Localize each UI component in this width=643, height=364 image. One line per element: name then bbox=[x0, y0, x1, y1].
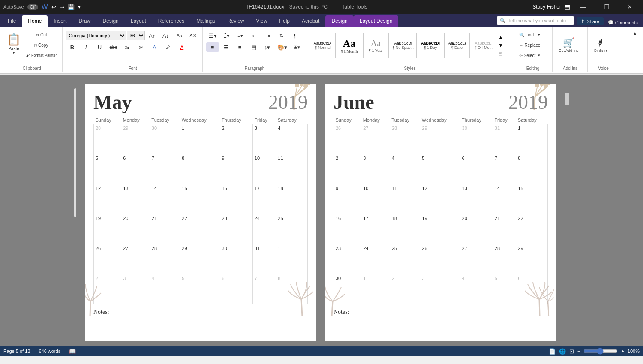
copy-btn[interactable]: ⎘ Copy bbox=[23, 40, 60, 50]
share-btn[interactable]: ⬆ Share bbox=[577, 17, 603, 25]
underline-btn[interactable]: U bbox=[93, 42, 106, 52]
share-label: Share bbox=[586, 19, 599, 24]
cut-btn[interactable]: ✂ Cut bbox=[23, 30, 60, 39]
list-item: 14 bbox=[493, 184, 516, 214]
numbering-btn[interactable]: 1̄▾ bbox=[220, 31, 233, 40]
style-1year[interactable]: Aa ¶ 1 Year bbox=[363, 33, 389, 58]
align-right-btn[interactable]: ≡ bbox=[234, 42, 246, 52]
sort-btn[interactable]: ⇅ bbox=[275, 31, 288, 40]
comments-btn[interactable]: 💬 Comments bbox=[604, 18, 641, 27]
save-btn[interactable]: 💾 bbox=[68, 4, 75, 10]
ribbon-collapse-btn[interactable]: ▲ bbox=[628, 29, 641, 37]
tab-review[interactable]: Review bbox=[221, 15, 250, 27]
web-layout-btn[interactable]: 🌐 bbox=[559, 348, 566, 355]
tab-references[interactable]: References bbox=[152, 15, 190, 27]
tab-layout[interactable]: Layout bbox=[125, 15, 152, 27]
clear-format-btn[interactable]: A✕ bbox=[187, 31, 200, 40]
style-1month[interactable]: Aa ¶ 1 Month bbox=[337, 33, 362, 58]
ribbon: 📋 Paste ▾ ✂ Cut ⎘ Copy 🖌 Format Painter bbox=[0, 27, 643, 74]
format-painter-btn[interactable]: 🖌 Format Painter bbox=[23, 51, 60, 60]
style-nospace[interactable]: AaBbCcDi ¶ No Spac... bbox=[390, 33, 417, 58]
tab-draw[interactable]: Draw bbox=[72, 15, 96, 27]
text-effects-btn[interactable]: A bbox=[148, 42, 161, 52]
tab-design[interactable]: Design bbox=[96, 15, 124, 27]
italic-btn[interactable]: I bbox=[80, 42, 93, 52]
styles-more-btn[interactable]: ▲ ▼ ⊟ bbox=[497, 33, 504, 58]
style-offmonth[interactable]: AaBbCcEi ¶ Off-Mo... bbox=[471, 33, 496, 58]
ribbon-toggle[interactable]: ⬒ bbox=[565, 3, 570, 10]
paste-btn[interactable]: 📋 Paste ▾ bbox=[4, 28, 23, 59]
bullets-btn[interactable]: ☰▾ bbox=[206, 31, 219, 40]
font-label: Font bbox=[63, 66, 202, 71]
borders-btn[interactable]: ⊞▾ bbox=[291, 42, 303, 52]
style-1day[interactable]: AaBbCcDi ¶ 1 Day bbox=[418, 33, 443, 58]
list-item: 16 bbox=[334, 214, 361, 244]
close-btn[interactable]: ✕ bbox=[620, 0, 640, 14]
zoom-in-btn[interactable]: + bbox=[621, 349, 624, 354]
tab-help[interactable]: Help bbox=[273, 15, 296, 27]
tab-layout-design[interactable]: Layout Design bbox=[354, 15, 399, 27]
style-date[interactable]: AaBbCcEi ¶ Date bbox=[444, 33, 470, 58]
find-dropdown[interactable]: ▾ bbox=[538, 33, 540, 37]
subscript-btn[interactable]: x₂ bbox=[121, 42, 134, 52]
svg-line-9 bbox=[301, 299, 302, 316]
zoom-out-btn[interactable]: − bbox=[577, 349, 580, 354]
increase-indent-btn[interactable]: ⇥ bbox=[261, 31, 274, 40]
may-cal-header: May 2019 bbox=[93, 93, 308, 112]
dictate-btn[interactable]: 🎙 Dictate bbox=[591, 30, 610, 60]
styles-label: Styles bbox=[307, 66, 513, 71]
change-case-btn[interactable]: Aa bbox=[173, 31, 186, 40]
shading-btn[interactable]: 🎨▾ bbox=[275, 42, 290, 52]
focus-btn[interactable]: ⊡ bbox=[569, 348, 574, 355]
align-center-btn[interactable]: ☰ bbox=[220, 42, 233, 52]
font-shrink-btn[interactable]: A↓ bbox=[159, 31, 172, 40]
minimize-btn[interactable]: — bbox=[574, 0, 593, 14]
search-bar[interactable]: 🔍 Tell me what you want to do bbox=[497, 16, 574, 25]
scrollbar-track[interactable] bbox=[565, 84, 570, 337]
editing-group: 🔍 Find ▾ ↔ Replace ⊹ Select ▾ Editing bbox=[514, 27, 553, 72]
undo-btn[interactable]: ↩ bbox=[51, 4, 56, 10]
font-color-btn[interactable]: A bbox=[176, 42, 189, 52]
justify-btn[interactable]: ▤ bbox=[247, 42, 260, 52]
tab-view[interactable]: View bbox=[250, 15, 273, 27]
list-item: 28 bbox=[94, 124, 121, 154]
tab-mailings[interactable]: Mailings bbox=[190, 15, 221, 27]
read-mode-btn[interactable]: 📖 bbox=[69, 348, 76, 355]
print-layout-btn[interactable]: 📄 bbox=[549, 348, 556, 355]
paste-label: Paste bbox=[8, 46, 19, 51]
tab-design-tools[interactable]: Design bbox=[325, 15, 353, 27]
list-item: 6 bbox=[460, 154, 493, 184]
tab-file[interactable]: File bbox=[2, 15, 22, 27]
zoom-slider[interactable] bbox=[583, 348, 618, 355]
line-spacing-btn[interactable]: ↕▾ bbox=[261, 42, 274, 52]
autosave-toggle[interactable]: Off bbox=[27, 4, 38, 10]
paste-dropdown[interactable]: ▾ bbox=[13, 51, 15, 55]
superscript-btn[interactable]: x² bbox=[135, 42, 147, 52]
title-bar-right: Stacy Fisher ⬒ — ❐ ✕ bbox=[532, 0, 640, 14]
font-select[interactable]: Georgia (Headings) bbox=[66, 31, 126, 40]
align-left-btn[interactable]: ≡ bbox=[206, 42, 219, 52]
get-addins-btn[interactable]: 🛒 Get Add-ins bbox=[556, 30, 581, 60]
select-dropdown[interactable]: ▾ bbox=[538, 53, 540, 57]
decrease-indent-btn[interactable]: ⇤ bbox=[248, 31, 261, 40]
multilevel-btn[interactable]: ≡▾ bbox=[234, 31, 247, 40]
tab-insert[interactable]: Insert bbox=[48, 15, 72, 27]
font-grow-btn[interactable]: A↑ bbox=[146, 31, 159, 40]
show-hide-btn[interactable]: ¶ bbox=[289, 31, 302, 40]
list-item: 5 bbox=[420, 154, 460, 184]
scrollbar-thumb[interactable] bbox=[565, 93, 569, 105]
font-size-select[interactable]: 36 bbox=[127, 31, 145, 40]
find-btn[interactable]: 🔍 Find ▾ bbox=[517, 30, 543, 39]
select-btn[interactable]: ⊹ Select ▾ bbox=[517, 51, 543, 60]
restore-btn[interactable]: ❐ bbox=[597, 0, 616, 14]
tab-home[interactable]: Home bbox=[22, 15, 48, 27]
text-highlight-btn[interactable]: 🖊 bbox=[162, 42, 175, 52]
bold-btn[interactable]: B bbox=[66, 42, 79, 52]
strikethrough-btn[interactable]: abc bbox=[107, 42, 120, 52]
list-item: 10 bbox=[252, 154, 276, 184]
redo-btn[interactable]: ↪ bbox=[60, 4, 64, 10]
tab-acrobat[interactable]: Acrobat bbox=[296, 15, 325, 27]
replace-btn[interactable]: ↔ Replace bbox=[517, 40, 543, 50]
june-th-sat: Saturday bbox=[516, 116, 548, 124]
style-normal[interactable]: AaBbCcDi ¶ Normal bbox=[310, 33, 336, 58]
